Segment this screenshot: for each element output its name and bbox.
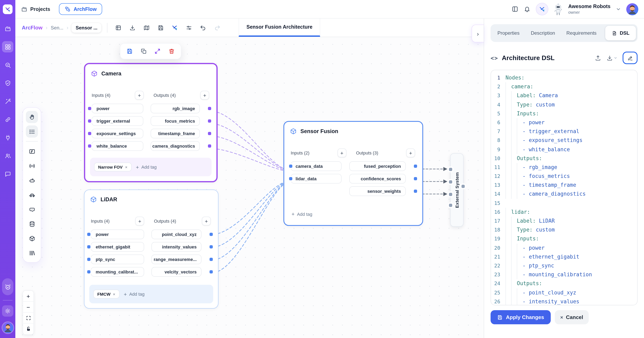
diagram-canvas[interactable]: Camera Inputs (4) + Outputs (4) + powert… (15, 37, 484, 338)
input-port[interactable] (88, 107, 91, 110)
rover-node-button[interactable] (26, 174, 38, 186)
add-tag-button[interactable]: +Add tag (292, 211, 312, 217)
panel-expand-button[interactable]: › (472, 24, 484, 42)
remove-tag-icon[interactable]: × (125, 165, 128, 169)
pan-tool-button[interactable] (26, 111, 38, 123)
output-port[interactable] (210, 245, 213, 249)
notifications-button[interactable] (524, 6, 531, 12)
add-tag-button[interactable]: +Add tag (124, 291, 144, 297)
theme-toggle[interactable] (2, 305, 13, 317)
input-port[interactable] (88, 144, 91, 148)
input-pill[interactable]: power (91, 230, 144, 239)
code-line[interactable]: 23- mounting_calibration (492, 270, 636, 279)
node-expand-button[interactable] (152, 45, 163, 57)
remove-tag-icon[interactable]: × (113, 292, 115, 296)
code-line[interactable]: 19Inputs: (492, 235, 636, 243)
node-delete-button[interactable] (166, 45, 177, 57)
code-line[interactable]: 11- rgb_image (492, 163, 636, 172)
dsl-editor[interactable]: 1Nodes:2camera:3Label: Camera4Type: cust… (490, 70, 638, 305)
node-external-system[interactable]: External System (450, 153, 464, 227)
output-pill[interactable]: velcity_vectors (152, 267, 202, 277)
input-pill[interactable]: ptp_sync (91, 255, 144, 264)
chevron-down-icon[interactable] (616, 6, 621, 12)
input-port[interactable] (289, 177, 292, 180)
add-input-button[interactable]: + (135, 217, 144, 226)
external-output-port[interactable] (462, 185, 465, 188)
sidebar-item-projects[interactable] (2, 23, 13, 34)
device-node-button[interactable] (26, 203, 38, 215)
code-line[interactable]: 9- white_balance (492, 145, 636, 154)
input-port[interactable] (87, 258, 90, 261)
sidebar-avatar[interactable] (2, 322, 13, 333)
input-pill[interactable]: ethernet_gigabit (91, 242, 144, 252)
external-input-port[interactable] (449, 168, 452, 171)
document-tab[interactable]: Sensor Fusion Architecture (239, 18, 320, 37)
zoom-out-button[interactable]: − (23, 302, 34, 313)
breadcrumb-root[interactable]: ArcFlow (22, 24, 42, 31)
input-port[interactable] (87, 245, 90, 249)
node-save-button[interactable] (124, 45, 136, 57)
output-port[interactable] (210, 233, 213, 236)
output-pill[interactable]: camera_diagnostics (150, 141, 200, 151)
output-port[interactable] (208, 119, 211, 123)
settings-button[interactable] (184, 22, 194, 33)
output-port[interactable] (414, 177, 417, 180)
input-pill[interactable]: camera_data (291, 161, 342, 171)
sidebar-item-chat[interactable] (2, 168, 13, 179)
input-pill[interactable]: mounting_calibrat... (91, 267, 144, 277)
sidebar-item-automation[interactable] (2, 96, 13, 107)
undo-button[interactable] (198, 22, 208, 33)
code-line[interactable]: 2camera: (492, 82, 636, 91)
input-pill[interactable]: trigger_external (92, 116, 143, 126)
output-pill[interactable]: intensity_values (152, 242, 202, 252)
external-input-port[interactable] (449, 193, 452, 196)
vehicle-node-button[interactable] (26, 189, 38, 201)
sidebar-item-security[interactable] (2, 77, 13, 89)
code-line[interactable]: 25- point_cloud_xyz (492, 288, 636, 297)
cancel-button[interactable]: × Cancel (554, 310, 589, 324)
output-port[interactable] (414, 190, 417, 193)
app-logo[interactable] (3, 4, 12, 14)
add-output-button[interactable]: + (200, 91, 209, 100)
input-pill[interactable]: white_balance (92, 141, 143, 151)
code-line[interactable]: 4Type: custom (492, 100, 636, 109)
user-avatar[interactable] (626, 3, 638, 15)
breadcrumb-current[interactable]: Sensor ... (72, 23, 102, 32)
code-line[interactable]: 7- trigger_external (492, 127, 636, 136)
ai-tool-button[interactable] (170, 22, 180, 33)
code-line[interactable]: 18Type: custom (492, 226, 636, 234)
output-port[interactable] (208, 132, 211, 135)
code-line[interactable]: 10Outputs: (492, 154, 636, 163)
code-line[interactable]: 13- timestamp_frame (492, 181, 636, 190)
map-view-button[interactable] (142, 22, 152, 33)
code-line[interactable]: 20- power (492, 243, 636, 252)
zoom-in-button[interactable]: + (23, 291, 34, 302)
function-node-button[interactable] (26, 145, 38, 157)
add-input-button[interactable]: + (135, 91, 144, 100)
layout-tool-button[interactable] (113, 22, 124, 33)
node-camera[interactable]: Camera Inputs (4) + Outputs (4) + powert… (84, 63, 218, 182)
save-button[interactable] (156, 22, 166, 33)
node-duplicate-button[interactable] (138, 45, 150, 57)
library-node-button[interactable] (26, 247, 38, 259)
code-line[interactable]: 21- ethernet_gigabit (492, 253, 636, 261)
database-node-button[interactable] (26, 218, 38, 230)
panel-toggle-button[interactable] (512, 6, 519, 12)
upload-dsl-button[interactable] (595, 55, 601, 61)
redo-button[interactable] (212, 22, 223, 33)
node-lidar[interactable]: LiDAR Inputs (4) + Outputs (4) + poweret… (84, 190, 218, 309)
code-line[interactable]: 1Nodes: (492, 73, 636, 82)
input-pill[interactable]: lidar_data (291, 174, 342, 184)
input-pill[interactable]: exposure_settings (92, 129, 143, 138)
add-tag-button[interactable]: +Add tag (136, 164, 157, 170)
tag-chip[interactable]: Narrow FOV× (94, 163, 132, 171)
code-line[interactable]: 26- intensity_values (492, 297, 636, 305)
download-dsl-button[interactable] (606, 55, 617, 61)
output-port[interactable] (208, 107, 211, 110)
node-sensor-fusion[interactable]: Sensor Fusion Inputs (2) + Outputs (3) +… (284, 121, 423, 226)
output-pill[interactable]: fused_perception (349, 161, 406, 171)
input-port[interactable] (87, 270, 90, 274)
output-port[interactable] (210, 258, 213, 261)
input-port[interactable] (289, 165, 292, 168)
tag-chip[interactable]: FMCW× (93, 290, 119, 299)
